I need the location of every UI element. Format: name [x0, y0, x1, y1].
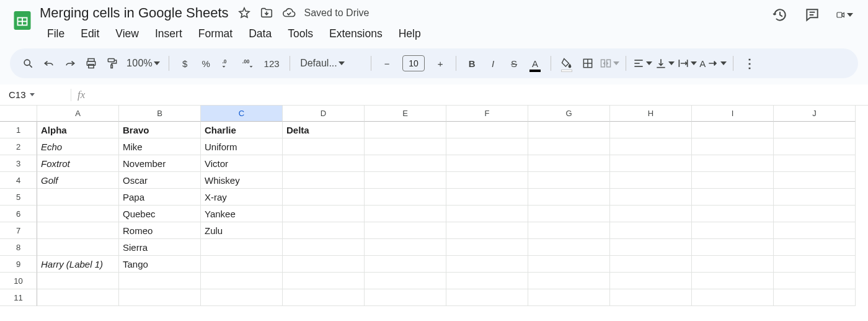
cell-C6[interactable]: Yankee — [201, 206, 283, 222]
column-header-J[interactable]: J — [774, 106, 856, 122]
row-header-6[interactable]: 6 — [0, 206, 37, 222]
cell-B7[interactable]: Romeo — [119, 222, 201, 239]
cell-F8[interactable] — [446, 239, 528, 256]
cloud-saved-icon[interactable] — [282, 6, 296, 20]
italic-button[interactable]: I — [484, 54, 502, 73]
cell-H3[interactable] — [610, 155, 692, 172]
merge-cells-icon[interactable] — [600, 54, 619, 73]
cell-G7[interactable] — [528, 222, 610, 239]
cell-A7[interactable] — [37, 222, 119, 239]
cell-J10[interactable] — [774, 273, 856, 289]
cell-H5[interactable] — [610, 189, 692, 206]
cell-J5[interactable] — [774, 189, 856, 206]
cell-A8[interactable] — [37, 239, 119, 256]
cell-G2[interactable] — [528, 138, 610, 155]
cell-A10[interactable] — [37, 273, 119, 289]
cell-F11[interactable] — [446, 289, 528, 306]
column-header-E[interactable]: E — [365, 106, 446, 122]
cell-C2[interactable]: Uniform — [201, 138, 283, 155]
decrease-decimal-icon[interactable]: .0 — [218, 54, 236, 73]
cell-G11[interactable] — [528, 289, 610, 306]
cell-D3[interactable] — [283, 155, 365, 172]
cell-F10[interactable] — [446, 273, 528, 289]
cell-E10[interactable] — [365, 273, 446, 289]
cell-G3[interactable] — [528, 155, 610, 172]
cell-B10[interactable] — [119, 273, 201, 289]
format-percent-button[interactable]: % — [197, 54, 215, 73]
cell-H11[interactable] — [610, 289, 692, 306]
cell-I1[interactable] — [692, 122, 774, 138]
cell-B9[interactable]: Tango — [119, 256, 201, 273]
cell-I8[interactable] — [692, 239, 774, 256]
menu-format[interactable]: Format — [191, 25, 240, 42]
cell-H6[interactable] — [610, 206, 692, 222]
cell-F5[interactable] — [446, 189, 528, 206]
cell-B8[interactable]: Sierra — [119, 239, 201, 256]
menu-data[interactable]: Data — [241, 25, 279, 42]
menu-tools[interactable]: Tools — [280, 25, 321, 42]
borders-icon[interactable] — [578, 54, 597, 73]
cell-C1[interactable]: Charlie — [201, 122, 283, 138]
cell-J6[interactable] — [774, 206, 856, 222]
cell-I4[interactable] — [692, 172, 774, 189]
cell-A9[interactable]: Harry (Label 1) — [37, 256, 119, 273]
cell-C9[interactable] — [201, 256, 283, 273]
cell-H1[interactable] — [610, 122, 692, 138]
cell-G5[interactable] — [528, 189, 610, 206]
print-icon[interactable] — [82, 54, 100, 73]
cell-D5[interactable] — [283, 189, 365, 206]
row-header-4[interactable]: 4 — [0, 172, 37, 189]
cell-F7[interactable] — [446, 222, 528, 239]
cell-H7[interactable] — [610, 222, 692, 239]
font-dropdown[interactable]: Defaul... — [296, 58, 365, 69]
cell-C10[interactable] — [201, 273, 283, 289]
cell-I2[interactable] — [692, 138, 774, 155]
cell-A11[interactable] — [37, 289, 119, 306]
cell-C5[interactable]: X-ray — [201, 189, 283, 206]
cell-G6[interactable] — [528, 206, 610, 222]
more-formats-button[interactable]: 123 — [260, 54, 283, 73]
menu-help[interactable]: Help — [391, 25, 428, 42]
column-header-H[interactable]: H — [610, 106, 692, 122]
cell-E4[interactable] — [365, 172, 446, 189]
comments-icon[interactable] — [804, 6, 821, 24]
star-icon[interactable] — [237, 6, 251, 20]
row-header-2[interactable]: 2 — [0, 138, 37, 155]
horizontal-align-icon[interactable] — [632, 54, 652, 73]
cell-D1[interactable]: Delta — [283, 122, 365, 138]
redo-icon[interactable] — [61, 54, 79, 73]
menu-insert[interactable]: Insert — [148, 25, 190, 42]
column-header-F[interactable]: F — [446, 106, 528, 122]
cell-I6[interactable] — [692, 206, 774, 222]
cell-E9[interactable] — [365, 256, 446, 273]
undo-icon[interactable] — [40, 54, 58, 73]
column-header-C[interactable]: C — [201, 106, 283, 122]
cell-I11[interactable] — [692, 289, 774, 306]
row-header-10[interactable]: 10 — [0, 273, 37, 289]
name-box[interactable]: C13 — [5, 89, 64, 100]
cell-J4[interactable] — [774, 172, 856, 189]
cell-A3[interactable]: Foxtrot — [37, 155, 119, 172]
cell-J3[interactable] — [774, 155, 856, 172]
row-header-9[interactable]: 9 — [0, 256, 37, 273]
cell-F9[interactable] — [446, 256, 528, 273]
column-header-A[interactable]: A — [37, 106, 119, 122]
cell-I10[interactable] — [692, 273, 774, 289]
cell-C7[interactable]: Zulu — [201, 222, 283, 239]
cell-A2[interactable]: Echo — [37, 138, 119, 155]
cell-E8[interactable] — [365, 239, 446, 256]
row-header-11[interactable]: 11 — [0, 289, 37, 306]
cell-C3[interactable]: Victor — [201, 155, 283, 172]
paint-format-icon[interactable] — [103, 54, 122, 73]
select-all-corner[interactable] — [0, 106, 37, 122]
cell-D11[interactable] — [283, 289, 365, 306]
cell-D10[interactable] — [283, 273, 365, 289]
row-header-7[interactable]: 7 — [0, 222, 37, 239]
cell-J11[interactable] — [774, 289, 856, 306]
cell-F4[interactable] — [446, 172, 528, 189]
cell-I5[interactable] — [692, 189, 774, 206]
document-title[interactable]: Merging cells in Google Sheets — [40, 5, 229, 21]
cell-C8[interactable] — [201, 239, 283, 256]
cell-F1[interactable] — [446, 122, 528, 138]
zoom-dropdown[interactable]: 100% — [124, 58, 162, 69]
